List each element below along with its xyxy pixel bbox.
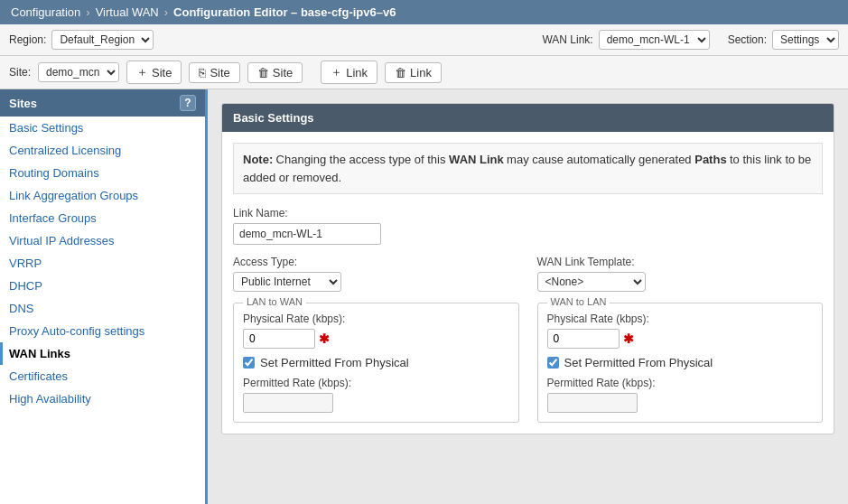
link-name-input[interactable] [233,223,381,245]
breadcrumb-item-config[interactable]: Configuration [11,5,80,19]
copy-icon: ⎘ [199,66,206,79]
lan-to-wan-box: LAN to WAN Physical Rate (kbps): ✱ Set P… [233,303,519,423]
sidebar-item-wan-links[interactable]: WAN Links [0,342,205,365]
wan-set-permitted-checkbox[interactable] [547,357,559,369]
access-type-select[interactable]: Public Internet [233,272,341,292]
section-group: Section: Settings [728,30,839,50]
wan-link-select[interactable]: demo_mcn-WL-1 [599,30,710,50]
region-select[interactable]: Default_Region [51,30,154,50]
access-type-col: Access Type: Public Internet [233,256,519,292]
site-label: Site: [9,66,31,79]
add-site-label: Site [152,66,172,79]
sidebar-item-dns[interactable]: DNS [0,297,205,320]
add-link-button[interactable]: ＋ Link [321,61,377,84]
copy-site-button[interactable]: ⎘ Site [189,62,239,83]
wan-link-template-select-group: <None> [537,272,824,292]
content-area: Basic Settings Note: Changing the access… [208,89,848,504]
delete-site-label: Site [273,66,293,79]
lan-permitted-input[interactable] [243,393,333,413]
lan-wan-row: LAN to WAN Physical Rate (kbps): ✱ Set P… [233,303,823,423]
lan-physical-rate-field: ✱ [243,329,509,349]
toolbar-row2: Site: demo_mcn ＋ Site ⎘ Site 🗑 Site ＋ Li… [0,56,848,89]
sidebar-header: Sites ? [0,89,205,117]
region-group: Region: Default_Region [9,30,154,50]
wan-link-template-col: WAN Link Template: <None> [537,256,824,292]
wan-physical-rate-input[interactable] [547,329,620,349]
wan-link-group: WAN Link: demo_mcn-WL-1 [542,30,709,50]
lan-checkbox-row: Set Permitted From Physical [243,356,509,369]
trash-link-icon: 🗑 [395,66,406,79]
sidebar-item-basic-settings[interactable]: Basic Settings [0,117,205,139]
section-select[interactable]: Settings [772,30,839,50]
lan-physical-rate-label: Physical Rate (kbps): [243,313,509,325]
sidebar-item-dhcp[interactable]: DHCP [0,275,205,297]
delete-site-button[interactable]: 🗑 Site [247,62,303,83]
settings-panel: Basic Settings Note: Changing the access… [221,103,834,434]
sidebar: Sites ? Basic Settings Centralized Licen… [0,89,208,504]
breadcrumb: Configuration › Virtual WAN › Configurat… [0,0,848,24]
lan-checkbox-label: Set Permitted From Physical [260,356,409,369]
help-button[interactable]: ? [180,95,196,111]
sidebar-item-proxy-autoconfig[interactable]: Proxy Auto-config settings [0,320,205,342]
sidebar-item-virtual-ip-addresses[interactable]: Virtual IP Addresses [0,229,205,252]
sidebar-item-interface-groups[interactable]: Interface Groups [0,207,205,229]
sidebar-item-vrrp[interactable]: VRRP [0,252,205,275]
access-template-row: Access Type: Public Internet WAN Link Te… [233,256,823,292]
access-type-select-group: Public Internet [233,272,519,292]
note-bold2: Paths [694,153,726,166]
wan-link-template-label: WAN Link Template: [537,256,824,268]
main-layout: Sites ? Basic Settings Centralized Licen… [0,89,848,504]
note-text2: may cause automatically generated [507,153,694,166]
plus-link-icon: ＋ [331,64,342,80]
wan-permitted-input[interactable] [547,393,638,413]
wan-checkbox-label: Set Permitted From Physical [564,356,713,369]
sidebar-item-centralized-licensing[interactable]: Centralized Licensing [0,139,205,162]
link-name-label: Link Name: [233,207,823,219]
sidebar-item-link-aggregation-groups[interactable]: Link Aggregation Groups [0,184,205,207]
sidebar-item-high-availability[interactable]: High Availability [0,387,205,410]
sidebar-item-certificates[interactable]: Certificates [0,365,205,387]
wan-physical-rate-field: ✱ [547,329,814,349]
note-box: Note: Changing the access type of this W… [233,143,823,194]
panel-title: Basic Settings [233,111,314,125]
lan-to-wan-legend: LAN to WAN [243,296,306,307]
access-type-label: Access Type: [233,256,519,268]
wan-link-template-select[interactable]: <None> [537,272,646,292]
panel-body: Note: Changing the access type of this W… [222,132,834,434]
breadcrumb-item-vwan[interactable]: Virtual WAN [96,5,159,19]
wan-to-lan-legend: WAN to LAN [547,296,610,307]
add-site-button[interactable]: ＋ Site [126,61,182,84]
copy-site-label: Site [210,66,229,79]
lan-set-permitted-checkbox[interactable] [243,357,255,369]
wan-required-star: ✱ [623,331,634,346]
panel-header: Basic Settings [222,104,834,132]
breadcrumb-sep-2: › [164,5,168,19]
section-label: Section: [728,33,767,46]
trash-icon: 🗑 [257,66,269,79]
wan-link-label: WAN Link: [542,33,592,46]
delete-link-button[interactable]: 🗑 Link [385,62,442,83]
region-label: Region: [9,33,46,46]
breadcrumb-sep-1: › [86,5,89,19]
lan-physical-rate-input[interactable] [243,329,315,349]
wan-to-lan-box: WAN to LAN Physical Rate (kbps): ✱ Set P… [537,303,824,423]
delete-link-label: Link [410,66,432,79]
lan-permitted-label: Permitted Rate (kbps): [243,377,509,389]
sidebar-title: Sites [9,97,37,110]
plus-icon: ＋ [136,64,148,80]
site-select[interactable]: demo_mcn [38,62,119,82]
note-bold1: WAN Link [449,153,504,166]
lan-required-star: ✱ [319,331,330,346]
note-prefix: Note: [243,153,273,166]
wan-permitted-label: Permitted Rate (kbps): [547,377,814,389]
toolbar-row1: Region: Default_Region WAN Link: demo_mc… [0,24,848,56]
note-text1: Changing the access type of this [276,153,450,166]
breadcrumb-current: Configuration Editor – base-cfg-ipv6–v6 [173,5,396,19]
link-name-group: Link Name: [233,207,823,245]
wan-physical-rate-label: Physical Rate (kbps): [547,313,814,325]
sidebar-item-routing-domains[interactable]: Routing Domains [0,162,205,184]
add-link-label: Link [346,66,368,79]
wan-checkbox-row: Set Permitted From Physical [547,356,814,369]
